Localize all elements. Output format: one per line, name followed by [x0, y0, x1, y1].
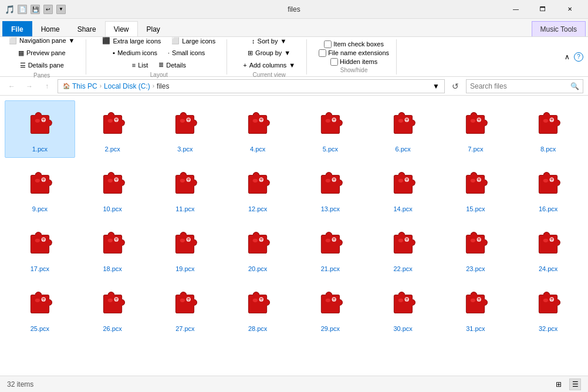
svg-point-106: [188, 298, 189, 299]
back-button[interactable]: ←: [5, 79, 19, 93]
add-columns-button[interactable]: +Add columns▼: [239, 60, 299, 70]
file-item[interactable]: 4.pcx: [222, 100, 293, 158]
large-icons-button[interactable]: ⬜Large icons: [167, 35, 219, 46]
address-dropdown[interactable]: ▼: [432, 82, 440, 90]
file-icon: [312, 165, 349, 203]
grid-view-button[interactable]: ⊞: [553, 379, 565, 390]
file-item[interactable]: 6.pcx: [368, 100, 438, 158]
svg-point-73: [187, 238, 191, 242]
refresh-button[interactable]: ↺: [448, 79, 462, 93]
file-item[interactable]: 2.pcx: [77, 100, 148, 158]
tab-share[interactable]: Share: [69, 21, 105, 36]
file-item[interactable]: 22.pcx: [368, 220, 438, 278]
address-input[interactable]: 🏠 This PC › Local Disk (C:) › files ▼: [58, 79, 445, 93]
breadcrumb-local-disk[interactable]: Local Disk (C:): [104, 82, 150, 90]
svg-point-110: [260, 298, 261, 299]
search-input[interactable]: [470, 82, 568, 90]
tab-home[interactable]: Home: [32, 21, 69, 36]
file-extensions-checkbox[interactable]: [319, 49, 326, 57]
file-item[interactable]: 18.pcx: [77, 220, 148, 278]
search-box[interactable]: 🔍: [466, 79, 583, 93]
item-checkboxes-label[interactable]: Item check boxes: [324, 40, 384, 48]
svg-point-63: [552, 178, 553, 180]
extra-large-icons-button[interactable]: ⬛Extra large icons: [98, 35, 165, 46]
file-item[interactable]: 27.pcx: [150, 280, 221, 337]
file-item[interactable]: 31.pcx: [441, 280, 511, 337]
file-item[interactable]: 1.pcx: [5, 100, 75, 158]
file-item[interactable]: 11.pcx: [150, 160, 221, 218]
file-item[interactable]: 16.pcx: [513, 160, 583, 218]
file-item[interactable]: 10.pcx: [77, 160, 148, 218]
svg-point-85: [404, 238, 408, 242]
svg-point-12: [253, 119, 258, 123]
svg-point-69: [114, 238, 118, 242]
breadcrumb-this-pc[interactable]: This PC: [72, 82, 97, 90]
file-item[interactable]: 17.pcx: [5, 220, 75, 278]
svg-point-44: [253, 179, 258, 183]
svg-point-20: [398, 119, 403, 123]
up-button[interactable]: ↑: [40, 79, 54, 93]
file-item[interactable]: 20.pcx: [222, 220, 293, 278]
svg-point-5: [114, 118, 118, 122]
svg-point-49: [332, 178, 336, 182]
group-by-button[interactable]: ⊞Group by▼: [244, 48, 295, 59]
list-view-button[interactable]: ☰: [569, 379, 581, 390]
file-item[interactable]: 5.pcx: [295, 100, 366, 158]
svg-point-77: [259, 238, 263, 242]
file-icon: [94, 165, 131, 203]
svg-point-101: [114, 298, 118, 302]
file-item[interactable]: 14.pcx: [368, 160, 438, 218]
file-item[interactable]: 3.pcx: [150, 100, 221, 158]
svg-point-17: [332, 118, 336, 122]
maximize-button[interactable]: 🗖: [529, 0, 556, 19]
svg-point-29: [550, 118, 554, 122]
ribbon: File Home Share View Play Music Tools ⬜ …: [0, 19, 588, 77]
details-button[interactable]: ≣Details: [154, 59, 190, 70]
file-item[interactable]: 25.pcx: [5, 280, 75, 337]
nav-pane-button[interactable]: ⬜ Navigation pane ▼: [5, 35, 79, 46]
file-item[interactable]: 13.pcx: [295, 160, 366, 218]
file-extensions-label[interactable]: File name extensions: [319, 49, 389, 57]
file-item[interactable]: 26.pcx: [77, 280, 148, 337]
forward-button[interactable]: →: [22, 79, 36, 93]
sort-by-button[interactable]: ↕Sort by▼: [248, 36, 290, 46]
file-name: 30.pcx: [393, 325, 412, 332]
window-title: files: [288, 5, 300, 13]
tab-music-tools[interactable]: Music Tools: [532, 21, 586, 36]
tab-view[interactable]: View: [105, 21, 138, 36]
file-item[interactable]: 32.pcx: [513, 280, 583, 337]
file-icon: [529, 285, 567, 323]
preview-buttons: ▦ Preview pane: [14, 48, 70, 59]
file-item[interactable]: 28.pcx: [222, 280, 293, 337]
help-button[interactable]: ?: [574, 52, 583, 62]
file-item[interactable]: 21.pcx: [295, 220, 366, 278]
small-icons-button[interactable]: ·Small icons: [164, 48, 209, 58]
ribbon-collapse-button[interactable]: ∧: [562, 52, 572, 62]
ribbon-group-show-hide: Item check boxes File name extensions Hi…: [319, 39, 397, 75]
medium-icons-button[interactable]: ▪Medium icons: [109, 48, 161, 58]
file-item[interactable]: 24.pcx: [513, 220, 583, 278]
close-button[interactable]: ✕: [556, 0, 583, 19]
minimize-button[interactable]: —: [502, 0, 529, 19]
file-item[interactable]: 29.pcx: [295, 280, 366, 337]
preview-pane-button[interactable]: ▦ Preview pane: [14, 48, 70, 59]
file-item[interactable]: 30.pcx: [368, 280, 438, 337]
file-item[interactable]: 23.pcx: [441, 220, 511, 278]
svg-point-7: [116, 119, 117, 120]
svg-point-89: [477, 238, 481, 242]
details-pane-button[interactable]: ☰ Details pane: [16, 60, 68, 71]
svg-point-1: [41, 118, 45, 122]
file-name: 1.pcx: [32, 146, 48, 153]
file-item[interactable]: 8.pcx: [513, 100, 583, 158]
file-item[interactable]: 12.pcx: [222, 160, 293, 218]
hidden-items-checkbox[interactable]: [330, 58, 338, 66]
file-item[interactable]: 19.pcx: [150, 220, 221, 278]
hidden-items-label[interactable]: Hidden items: [330, 58, 377, 66]
file-item[interactable]: 9.pcx: [5, 160, 75, 218]
tab-play[interactable]: Play: [138, 21, 169, 36]
tab-file[interactable]: File: [2, 21, 32, 36]
file-item[interactable]: 7.pcx: [441, 100, 511, 158]
file-item[interactable]: 15.pcx: [441, 160, 511, 218]
list-button[interactable]: ≡List: [128, 60, 153, 70]
item-checkboxes-checkbox[interactable]: [324, 40, 332, 48]
